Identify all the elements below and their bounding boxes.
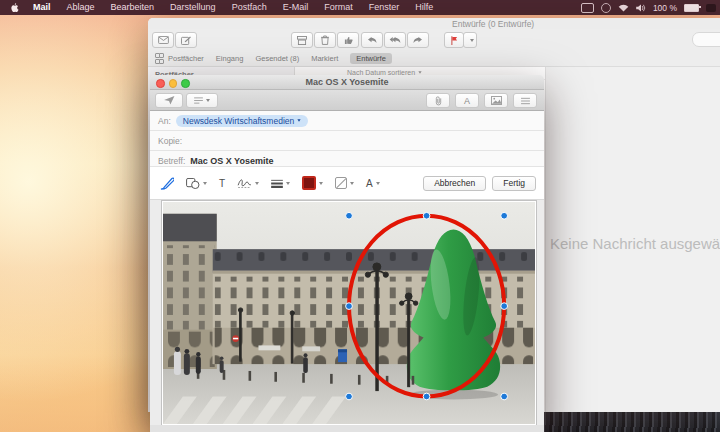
favorite-gesendet[interactable]: Gesendet (8)	[255, 54, 299, 63]
selection-handle	[346, 212, 353, 219]
to-field[interactable]: An: Newsdesk Wirtschaftsmedien	[150, 111, 544, 131]
menu-item-darstellung[interactable]: Darstellung	[162, 0, 224, 15]
subject-value: Mac OS X Yosemite	[190, 156, 273, 166]
border-color-chip	[302, 176, 316, 190]
reading-pane: Keine Nachricht ausgewählt	[546, 67, 720, 412]
menu-bar: Mail Ablage Bearbeiten Darstellung Postf…	[0, 0, 720, 15]
chevron-down-icon	[298, 119, 301, 121]
compose-bottom-strip	[150, 425, 544, 432]
attach-button[interactable]	[426, 93, 450, 108]
chevron-down-icon	[286, 182, 290, 185]
show-fields-button[interactable]	[513, 93, 537, 108]
cc-field[interactable]: Kopie:	[150, 131, 544, 151]
forward-button[interactable]	[407, 32, 429, 48]
menu-item-email[interactable]: E-Mail	[275, 0, 317, 15]
header-options-button[interactable]	[186, 93, 218, 108]
selection-handle	[501, 393, 508, 400]
flag-button[interactable]	[444, 32, 464, 48]
menu-item-hilfe[interactable]: Hilfe	[407, 0, 441, 15]
compose-toolbar: A	[150, 90, 544, 111]
close-button[interactable]	[156, 79, 165, 88]
recipient-name: Newsdesk Wirtschaftsmedien	[183, 116, 294, 126]
chevron-down-icon	[376, 182, 380, 185]
line-style-tool[interactable]	[271, 179, 290, 188]
wifi-icon[interactable]	[618, 4, 629, 12]
format-button[interactable]: A	[455, 93, 479, 108]
compose-window: Mac OS X Yosemite A An:	[150, 75, 544, 432]
border-color-tool[interactable]	[302, 176, 323, 190]
volume-icon[interactable]	[636, 4, 646, 12]
selection-handle	[501, 212, 508, 219]
selection-handle	[346, 393, 353, 400]
text-tool[interactable]: T	[219, 178, 225, 189]
archive-button[interactable]	[291, 32, 313, 48]
favorites-bar: Postfächer Eingang Gesendet (8) Markiert…	[148, 51, 720, 67]
chevron-down-icon	[350, 182, 354, 185]
main-window-title: Entwürfe (0 Entwürfe)	[452, 19, 534, 29]
favorite-postfaecher[interactable]: Postfächer	[168, 54, 204, 63]
input-source-icon[interactable]	[581, 3, 594, 13]
photo-paris-scene	[163, 202, 535, 424]
favorite-eingang[interactable]: Eingang	[216, 54, 244, 63]
delete-button[interactable]	[314, 32, 336, 48]
font-tool-label: A	[366, 178, 373, 189]
chevron-down-icon	[418, 71, 421, 73]
fill-color-chip	[335, 177, 347, 189]
flag-menu-button[interactable]	[463, 32, 477, 48]
menu-item-format[interactable]: Format	[316, 0, 361, 15]
main-window-toolbar	[148, 29, 720, 51]
compose-button[interactable]	[175, 32, 197, 48]
recipient-token[interactable]: Newsdesk Wirtschaftsmedien	[176, 115, 308, 127]
get-mail-button[interactable]	[152, 32, 174, 48]
mailboxes-grid-icon	[155, 53, 162, 64]
fill-color-tool[interactable]	[335, 177, 354, 189]
send-button[interactable]	[155, 93, 183, 108]
battery-percentage[interactable]: 100 %	[653, 3, 677, 13]
clock-icon[interactable]	[601, 3, 611, 13]
apple-menu-icon[interactable]	[0, 2, 25, 13]
sign-tool[interactable]	[237, 178, 259, 188]
menu-item-bearbeiten[interactable]: Bearbeiten	[103, 0, 163, 15]
chevron-down-icon	[206, 99, 210, 102]
selection-handle	[423, 393, 430, 400]
battery-icon[interactable]	[684, 4, 699, 12]
to-label: An:	[158, 116, 171, 126]
no-message-placeholder: Keine Nachricht ausgewählt	[550, 235, 720, 252]
font-tool[interactable]: A	[366, 178, 380, 189]
zoom-button[interactable]	[181, 79, 190, 88]
done-button[interactable]: Fertig	[492, 176, 536, 191]
screen: Mail Ablage Bearbeiten Darstellung Postf…	[0, 0, 720, 432]
reply-all-button[interactable]	[384, 32, 406, 48]
menu-item-mail[interactable]: Mail	[25, 0, 59, 15]
subject-label: Betreff:	[158, 156, 185, 166]
sketch-tool[interactable]	[160, 177, 174, 190]
shapes-tool[interactable]	[186, 178, 207, 189]
chevron-down-icon	[319, 182, 323, 185]
desktop-wallpaper-rock	[544, 411, 720, 432]
chevron-down-icon	[203, 182, 207, 185]
favorite-markiert[interactable]: Markiert	[311, 54, 338, 63]
menu-item-postfach[interactable]: Postfach	[224, 0, 275, 15]
junk-button[interactable]	[337, 32, 359, 48]
markup-toolbar: T A Abbrechen Fert	[150, 166, 544, 200]
cc-label: Kopie:	[158, 136, 182, 146]
menu-item-ablage[interactable]: Ablage	[59, 0, 103, 15]
compose-titlebar[interactable]: Mac OS X Yosemite	[150, 75, 544, 90]
selection-handle	[501, 303, 508, 310]
photo-browser-button[interactable]	[484, 93, 508, 108]
markup-image[interactable]	[161, 200, 537, 426]
main-window-titlebar[interactable]: Entwürfe (0 Entwürfe)	[148, 18, 720, 29]
minimize-button[interactable]	[169, 79, 178, 88]
chevron-down-icon	[470, 39, 474, 42]
reply-button[interactable]	[361, 32, 383, 48]
cancel-button[interactable]: Abbrechen	[423, 176, 486, 191]
selection-handle	[423, 212, 430, 219]
notification-center-icon[interactable]	[706, 4, 716, 12]
selection-handle	[346, 303, 353, 310]
window-controls	[156, 79, 190, 88]
chevron-down-icon	[255, 182, 259, 185]
compose-fields: An: Newsdesk Wirtschaftsmedien Kopie: Be…	[150, 111, 544, 171]
favorite-entwuerfe[interactable]: Entwürfe	[350, 53, 392, 64]
menu-item-fenster[interactable]: Fenster	[361, 0, 408, 15]
search-field[interactable]	[692, 32, 720, 47]
